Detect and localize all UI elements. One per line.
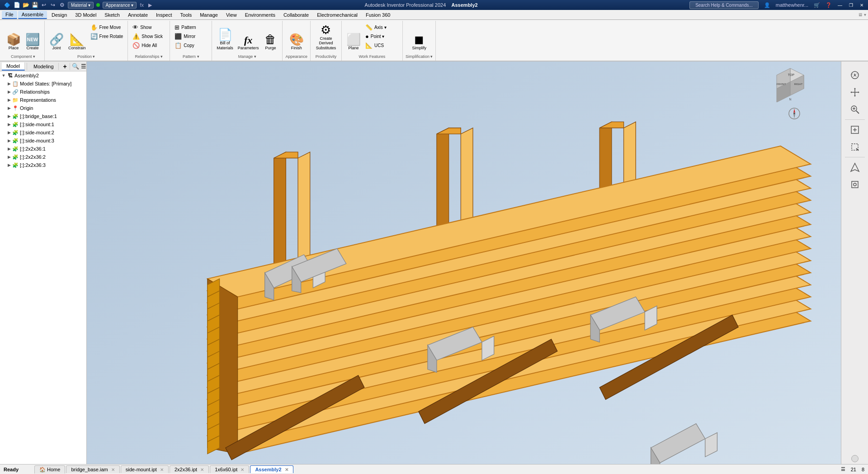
view-face-button[interactable] bbox=[844, 176, 866, 193]
tree-item-2x2x36-3[interactable]: ▶ 🧩 [:]:2x2x36:3 bbox=[0, 161, 86, 169]
menu-collaborate[interactable]: Collaborate bbox=[280, 11, 312, 19]
menu-inspect[interactable]: Inspect bbox=[152, 11, 175, 19]
expand-origin-icon[interactable]: ▶ bbox=[6, 106, 12, 110]
expand-relationships-icon[interactable]: ▶ bbox=[6, 90, 12, 94]
menu-fusion360[interactable]: Fusion 360 bbox=[362, 11, 394, 19]
tree-item-representations[interactable]: ▶ 📁 Representations bbox=[0, 96, 86, 104]
free-move-button[interactable]: ✋ Free Move bbox=[89, 23, 125, 32]
navigate-button[interactable] bbox=[844, 159, 866, 175]
expand-2x2x36-2-icon[interactable]: ▶ bbox=[6, 155, 12, 159]
expand-2x2x36-3-icon[interactable]: ▶ bbox=[6, 163, 12, 167]
tab-modeling[interactable]: Modeling bbox=[29, 63, 59, 70]
plane-button[interactable]: ⬜ Plane bbox=[344, 23, 363, 52]
menu-view[interactable]: View bbox=[222, 11, 241, 19]
viewport[interactable]: TOP FRONT RIGHT N bbox=[87, 62, 841, 464]
expand-side-mount-2-icon[interactable]: ▶ bbox=[6, 130, 12, 135]
tab-bridge-base-close-icon[interactable]: ✕ bbox=[111, 467, 115, 472]
tab-assembly2[interactable]: Assembly2 ✕ bbox=[250, 465, 293, 473]
create-derived-substitutes-button[interactable]: ⚙ Create DerivedSubstitutes bbox=[313, 23, 339, 52]
cart-icon[interactable]: 🛒 bbox=[814, 2, 820, 8]
help-icon[interactable]: ❓ bbox=[826, 2, 832, 8]
navigation-compass[interactable] bbox=[788, 107, 801, 120]
tree-item-side-mount-2[interactable]: ▶ 🧩 [:]:side-mount:2 bbox=[0, 128, 86, 137]
tree-item-assembly2[interactable]: ▼ 🏗 Assembly2 bbox=[0, 71, 86, 80]
save-icon[interactable]: 💾 bbox=[31, 1, 39, 9]
expand-model-states-icon[interactable]: ▶ bbox=[6, 81, 12, 86]
menu-electromechanical[interactable]: Electromechanical bbox=[313, 11, 361, 19]
copy-button[interactable]: 📋 Copy bbox=[173, 41, 209, 50]
tree-item-origin[interactable]: ▶ 📍 Origin bbox=[0, 104, 86, 112]
menu-assemble[interactable]: Assemble bbox=[18, 11, 47, 19]
tab-home[interactable]: 🏠 Home bbox=[34, 465, 65, 474]
appearance-selector[interactable]: Appearance ▾ bbox=[103, 2, 137, 9]
menu-environments[interactable]: Environments bbox=[241, 11, 279, 19]
open-icon[interactable]: 📂 bbox=[22, 1, 30, 9]
hamburger-icon[interactable]: ☰ bbox=[841, 466, 845, 472]
simplify-button[interactable]: ◼ Simplify bbox=[410, 23, 428, 52]
menu-design[interactable]: Design bbox=[48, 11, 71, 19]
show-button[interactable]: 👁 Show bbox=[131, 23, 167, 32]
restore-button[interactable]: ❐ bbox=[848, 2, 854, 8]
tab-side-mount-close-icon[interactable]: ✕ bbox=[160, 467, 164, 472]
viewcube[interactable]: TOP FRONT RIGHT N bbox=[772, 66, 808, 102]
panel-menu-icon[interactable]: ☰ bbox=[81, 63, 86, 70]
bill-of-materials-button[interactable]: 📄 Bill ofMaterials bbox=[215, 23, 235, 52]
menu-sketch[interactable]: Sketch bbox=[101, 11, 123, 19]
axis-button[interactable]: 📏 Axis ▾ bbox=[363, 23, 400, 32]
settings-icon[interactable]: ⚙ bbox=[58, 1, 66, 9]
close-button[interactable]: ✕ bbox=[859, 2, 864, 8]
expand-2x2x36-1-icon[interactable]: ▶ bbox=[6, 147, 12, 151]
tab-2x2x36[interactable]: 2x2x36.ipt ✕ bbox=[170, 465, 209, 473]
zoom-all-button[interactable] bbox=[844, 122, 866, 138]
expand-side-mount-1-icon[interactable]: ▶ bbox=[6, 122, 12, 127]
tree-item-2x2x36-2[interactable]: ▶ 🧩 [:]:2x2x36:2 bbox=[0, 153, 86, 161]
undo-icon[interactable]: ↩ bbox=[40, 1, 48, 9]
parameters-button[interactable]: fx Parameters bbox=[236, 23, 261, 52]
search-panel-icon[interactable]: 🔍 bbox=[72, 63, 79, 70]
point-button[interactable]: ● Point ▾ bbox=[363, 32, 400, 41]
tree-item-2x2x36-1[interactable]: ▶ 🧩 [:]:2x2x36:1 bbox=[0, 145, 86, 153]
tab-1x6x60[interactable]: 1x6x60.ipt ✕ bbox=[210, 465, 249, 473]
place-button[interactable]: 📦 Place bbox=[5, 23, 23, 52]
tab-assembly2-close-icon[interactable]: ✕ bbox=[285, 467, 288, 472]
constrain-button[interactable]: 📐 Constrain bbox=[66, 23, 88, 52]
tree-item-relationships[interactable]: ▶ 🔗 Relationships bbox=[0, 88, 86, 96]
tab-model[interactable]: Model bbox=[2, 62, 25, 71]
tab-add[interactable]: + bbox=[61, 63, 70, 70]
tree-item-side-mount-3[interactable]: ▶ 🧩 [:]:side-mount:3 bbox=[0, 137, 86, 145]
joint-button[interactable]: 🔗 Joint bbox=[47, 23, 66, 52]
tree-item-model-states[interactable]: ▶ 📋 Model States: [Primary] bbox=[0, 80, 86, 88]
pan-button[interactable] bbox=[844, 84, 866, 100]
expand-assembly2-icon[interactable]: ▼ bbox=[1, 73, 6, 78]
orbit-button[interactable] bbox=[844, 67, 866, 83]
redo-icon[interactable]: ↪ bbox=[49, 1, 57, 9]
tree-item-side-mount-1[interactable]: ▶ 🧩 [:]:side-mount:1 bbox=[0, 120, 86, 128]
tab-1x6x60-close-icon[interactable]: ✕ bbox=[241, 467, 244, 472]
purge-button[interactable]: 🗑 Purge bbox=[261, 23, 279, 52]
new-icon[interactable]: 📄 bbox=[13, 1, 21, 9]
tab-bridge-base[interactable]: bridge_base.iam ✕ bbox=[66, 465, 119, 473]
hide-all-button[interactable]: 🚫 Hide All bbox=[131, 41, 167, 50]
expand-bridge-base-icon[interactable]: ▶ bbox=[6, 114, 12, 118]
tab-2x2x36-close-icon[interactable]: ✕ bbox=[200, 467, 204, 472]
search-help-label[interactable]: Search Help & Commands... bbox=[689, 1, 759, 9]
create-button[interactable]: 🆕 Create bbox=[24, 23, 42, 52]
expand-representations-icon[interactable]: ▶ bbox=[6, 98, 12, 102]
menu-file[interactable]: File bbox=[2, 11, 17, 19]
material-selector[interactable]: Material ▾ bbox=[68, 2, 94, 9]
finish-button[interactable]: 🎨 Finish bbox=[288, 23, 306, 52]
expand-side-mount-3-icon[interactable]: ▶ bbox=[6, 138, 12, 143]
free-rotate-button[interactable]: 🔄 Free Rotate bbox=[89, 32, 125, 41]
menu-manage[interactable]: Manage bbox=[196, 11, 222, 19]
viewport-options-icon[interactable]: 🖥 ▾ bbox=[858, 12, 866, 17]
tab-side-mount[interactable]: side-mount.ipt ✕ bbox=[121, 465, 169, 473]
menu-tools[interactable]: Tools bbox=[177, 11, 196, 19]
mirror-button[interactable]: ⬛ Mirror bbox=[173, 32, 209, 41]
minimize-button[interactable]: — bbox=[837, 2, 843, 8]
zoom-button[interactable] bbox=[844, 101, 866, 118]
zoom-window-button[interactable] bbox=[844, 139, 866, 155]
ucs-button[interactable]: 📐 UCS bbox=[363, 41, 400, 50]
menu-annotate[interactable]: Annotate bbox=[124, 11, 151, 19]
pattern-button[interactable]: ⊞ Pattern bbox=[173, 23, 209, 32]
tree-item-bridge-base[interactable]: ▶ 🧩 [:]:bridge_base:1 bbox=[0, 112, 86, 120]
